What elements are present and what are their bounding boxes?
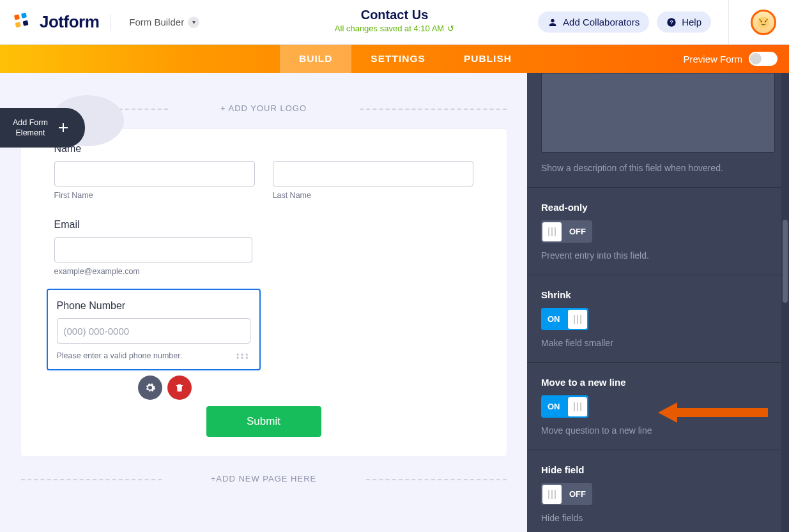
chevron-down-icon: ▾ xyxy=(188,17,199,28)
user-icon xyxy=(548,17,558,27)
hide-title: Hide field xyxy=(541,464,775,475)
readonly-hint: Prevent entry into this field. xyxy=(541,250,775,261)
trash-icon xyxy=(174,383,185,393)
phone-field-selected[interactable]: Phone Number Please enter a valid phone … xyxy=(47,289,261,370)
first-name-sublabel: First Name xyxy=(54,191,255,200)
hover-description-textarea[interactable] xyxy=(541,73,775,153)
tab-settings[interactable]: SETTINGS xyxy=(351,45,445,73)
shrink-toggle[interactable]: ON xyxy=(541,308,588,330)
save-status: All changes saved at 4:10 AM ↺ xyxy=(335,24,454,33)
divider xyxy=(111,14,111,31)
email-input[interactable] xyxy=(54,237,252,262)
first-name-input[interactable] xyxy=(54,161,255,186)
collab-label: Add Collaborators xyxy=(563,17,640,27)
help-label: Help xyxy=(682,17,701,27)
newline-toggle[interactable]: ON xyxy=(541,395,588,418)
email-hint: example@example.com xyxy=(54,267,473,276)
svg-point-7 xyxy=(758,16,769,27)
svg-rect-0 xyxy=(14,14,20,20)
plus-icon xyxy=(51,116,75,140)
svg-point-8 xyxy=(761,20,762,22)
form-card: Name First Name Last Name Email xyxy=(21,129,507,456)
brand-logo[interactable]: Jotform xyxy=(13,11,99,33)
brand-name: Jotform xyxy=(40,12,99,32)
prop-newline: Move to a new line ON Move question to a… xyxy=(527,362,789,436)
preview-label: Preview Form xyxy=(683,54,742,65)
add-elem-text1: Add Form xyxy=(13,118,48,128)
last-name-input[interactable] xyxy=(273,161,473,186)
form-title[interactable]: Contact Us xyxy=(335,8,454,22)
add-elem-text2: Element xyxy=(13,128,48,138)
prop-hide: Hide field OFF Hide fields xyxy=(527,450,789,523)
add-collaborators-button[interactable]: Add Collaborators xyxy=(538,11,649,33)
phone-label: Phone Number xyxy=(57,300,250,312)
prop-shrink: Shrink ON Make field smaller xyxy=(527,275,789,348)
avatar[interactable] xyxy=(751,10,776,35)
hide-state: OFF xyxy=(563,489,592,499)
gear-icon xyxy=(144,382,156,393)
field-delete-button[interactable] xyxy=(167,376,192,400)
scrollbar-thumb[interactable] xyxy=(783,220,788,303)
newline-title: Move to a new line xyxy=(541,377,775,388)
shrink-title: Shrink xyxy=(541,289,775,300)
add-form-element-button[interactable]: Add Form Element xyxy=(0,108,85,148)
svg-point-9 xyxy=(765,20,766,22)
tab-bar: BUILD SETTINGS PUBLISH Preview Form xyxy=(0,45,789,73)
readonly-state: OFF xyxy=(563,227,592,236)
name-label: Name xyxy=(54,143,473,155)
form-title-area: Contact Us All changes saved at 4:10 AM … xyxy=(335,8,454,33)
add-new-page[interactable]: +ADD NEW PAGE HERE xyxy=(21,474,507,483)
hide-toggle[interactable]: OFF xyxy=(541,483,592,505)
phone-hint: Please enter a valid phone number. xyxy=(57,351,250,360)
drag-handle-icon[interactable]: ••• ••• xyxy=(236,354,250,360)
email-field[interactable]: Email example@example.com xyxy=(21,205,507,281)
properties-panel: Show a description of this field when ho… xyxy=(527,73,789,532)
tab-publish[interactable]: PUBLISH xyxy=(445,45,531,73)
readonly-toggle[interactable]: OFF xyxy=(541,220,592,243)
canvas: Add Form Element + ADD YOUR LOGO Name Fi… xyxy=(0,73,527,532)
newline-state: ON xyxy=(541,402,567,411)
scrollbar-track[interactable] xyxy=(781,73,789,532)
shrink-state: ON xyxy=(541,314,567,324)
prop-readonly: Read-only OFF Prevent entry into this fi… xyxy=(527,187,789,261)
newline-hint: Move question to a new line xyxy=(541,425,775,436)
phone-input[interactable] xyxy=(57,318,250,344)
question-icon: ? xyxy=(666,17,677,27)
svg-point-4 xyxy=(551,19,554,22)
jotform-logo-icon xyxy=(13,11,34,33)
readonly-title: Read-only xyxy=(541,202,775,213)
help-button[interactable]: ? Help xyxy=(657,11,711,33)
shrink-hint: Make field smaller xyxy=(541,338,775,348)
last-name-sublabel: Last Name xyxy=(273,191,473,200)
desc-hint: Show a description of this field when ho… xyxy=(541,163,775,173)
section-selector[interactable]: Form Builder ▾ xyxy=(123,13,206,32)
section-label: Form Builder xyxy=(129,17,184,27)
save-status-text: All changes saved at 4:10 AM xyxy=(335,24,444,33)
svg-text:?: ? xyxy=(670,19,673,26)
hide-hint: Hide fields xyxy=(541,513,775,523)
svg-rect-1 xyxy=(21,12,27,18)
revert-icon[interactable]: ↺ xyxy=(447,24,454,33)
tab-build[interactable]: BUILD xyxy=(280,45,351,73)
divider xyxy=(728,0,729,45)
field-settings-button[interactable] xyxy=(138,376,162,400)
email-label: Email xyxy=(54,219,473,231)
top-header: Jotform Form Builder ▾ Contact Us All ch… xyxy=(0,0,789,45)
svg-rect-2 xyxy=(15,22,21,27)
submit-button[interactable]: Submit xyxy=(206,406,321,437)
preview-toggle[interactable] xyxy=(749,52,778,66)
svg-rect-3 xyxy=(23,20,29,26)
avatar-icon xyxy=(755,14,772,31)
